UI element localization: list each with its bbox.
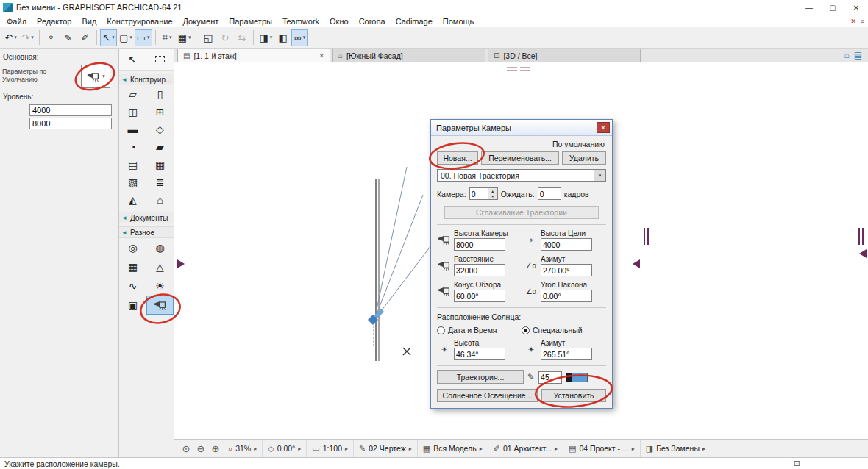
radio-icon[interactable] bbox=[437, 326, 445, 334]
find-select-button[interactable]: ⌖ bbox=[43, 29, 60, 46]
special-radio[interactable]: Специальный bbox=[522, 326, 606, 334]
shell-tool[interactable]: ◔ bbox=[119, 138, 146, 156]
cutaway-3d-button[interactable]: ◧ bbox=[274, 29, 291, 46]
mirror-button[interactable]: ⇆ bbox=[233, 29, 250, 46]
wait-frames-field[interactable] bbox=[538, 187, 561, 200]
toolbox-group-documents[interactable]: ◄ Документы bbox=[119, 212, 174, 223]
menu-cadimage[interactable]: Cadimage bbox=[391, 16, 438, 26]
mesh-tool[interactable]: ▦ bbox=[146, 156, 174, 173]
arrow-tool-button[interactable]: ↖▾ bbox=[100, 29, 117, 46]
level-dimension-tool[interactable]: △ bbox=[146, 257, 174, 276]
radio-selected-icon[interactable] bbox=[522, 326, 530, 334]
apply-button[interactable]: Установить bbox=[541, 389, 606, 402]
figure-tool[interactable]: ▣ bbox=[119, 296, 146, 315]
marquee-tool[interactable] bbox=[155, 51, 165, 68]
groups-button[interactable]: ◱ bbox=[199, 29, 216, 46]
lower-level-field[interactable] bbox=[29, 118, 112, 129]
path-select[interactable]: 00. Новая Траектория ▾ bbox=[437, 169, 606, 182]
spin-up-icon[interactable]: ▲ bbox=[488, 188, 497, 194]
menu-edit[interactable]: Редактор bbox=[32, 16, 77, 26]
hotspot-tool[interactable]: ◎ bbox=[119, 238, 146, 257]
undo-button[interactable]: ↶▾ bbox=[2, 29, 19, 46]
guide-lines-button[interactable]: ▦▾ bbox=[176, 29, 193, 46]
tab-3d-all[interactable]: ⊡ [3D / Все] bbox=[488, 49, 641, 62]
arrow-tool[interactable]: ↖ bbox=[128, 51, 137, 68]
camera-tool[interactable] bbox=[146, 296, 174, 315]
spline-tool[interactable]: ∿ bbox=[119, 276, 146, 296]
morph-tool[interactable]: ◭ bbox=[119, 191, 146, 209]
dialog-title-bar[interactable]: Параметры Камеры ✕ bbox=[431, 120, 612, 136]
zone-tool[interactable]: ▧ bbox=[119, 173, 146, 191]
chevron-right-icon[interactable]: ▸ bbox=[409, 445, 412, 452]
pen-set-control[interactable]: ✎ 02 Чертеж ▸ bbox=[354, 440, 418, 457]
chevron-right-icon[interactable]: ▸ bbox=[632, 445, 635, 452]
chevron-down-icon[interactable]: ▾ bbox=[270, 35, 273, 40]
menu-view[interactable]: Вид bbox=[77, 16, 102, 26]
redo-button[interactable]: ↷▾ bbox=[19, 29, 36, 46]
menu-corona[interactable]: Corona bbox=[354, 16, 391, 26]
distance-field[interactable] bbox=[454, 264, 505, 276]
delete-path-button[interactable]: Удалить bbox=[562, 151, 606, 165]
spin-down-icon[interactable]: ▼ bbox=[488, 194, 497, 200]
close-button[interactable]: ✕ bbox=[844, 0, 868, 15]
sunlight-button[interactable]: Солнечное Освещение... bbox=[437, 389, 538, 402]
slab-tool[interactable]: ▰ bbox=[146, 138, 174, 156]
menu-window[interactable]: Окно bbox=[324, 16, 354, 26]
roof-tool[interactable]: ◇ bbox=[146, 121, 174, 138]
new-path-button[interactable]: Новая... bbox=[437, 151, 478, 165]
chevron-down-icon[interactable]: ▾ bbox=[31, 35, 34, 40]
beam-tool[interactable]: ▬ bbox=[119, 121, 146, 138]
maximize-button[interactable]: ▢ bbox=[821, 0, 844, 15]
path-options-button[interactable]: Траектория... bbox=[437, 370, 524, 384]
chevron-right-icon[interactable]: ▸ bbox=[480, 445, 483, 452]
marquee-tool-button[interactable]: ▢▾ bbox=[117, 29, 135, 46]
chevron-down-icon[interactable]: ▾ bbox=[169, 35, 172, 40]
glasses-3d-button[interactable]: ∞▾ bbox=[291, 29, 308, 46]
menu-options[interactable]: Параметры bbox=[224, 16, 277, 26]
curtain-wall-tool[interactable]: ▤ bbox=[119, 156, 146, 173]
chevron-right-icon[interactable]: ▸ bbox=[254, 445, 257, 452]
chevron-down-icon[interactable]: ▾ bbox=[14, 35, 17, 40]
chevron-right-icon[interactable]: ▸ bbox=[702, 445, 705, 452]
layer-combination-control[interactable]: ▦ Вся Модель ▸ bbox=[418, 440, 488, 457]
chevron-down-icon[interactable]: ▾ bbox=[594, 170, 605, 181]
graphic-override-control[interactable]: ◨ Без Замены ▸ bbox=[641, 440, 711, 457]
stair-tool[interactable]: ≣ bbox=[146, 173, 174, 191]
menu-teamwork[interactable]: Teamwork bbox=[277, 16, 324, 26]
dimension-style-control[interactable]: ✐ 01 Архитект... ▸ bbox=[488, 440, 563, 457]
orientation-control[interactable]: ◇ 0.00° ▸ bbox=[263, 440, 307, 457]
sun-altitude-field[interactable] bbox=[454, 348, 505, 360]
door-tool[interactable]: ◫ bbox=[119, 103, 146, 121]
rename-path-button[interactable]: Переименовать... bbox=[481, 151, 559, 165]
pen-color-swatch[interactable] bbox=[566, 373, 588, 382]
upper-level-field[interactable] bbox=[29, 104, 112, 116]
tab-floor-plan[interactable]: ▤ [1. 1-й этаж] ✕ bbox=[177, 49, 330, 62]
zoom-in-button[interactable]: ⊕ bbox=[208, 441, 223, 456]
zoom-level-control[interactable]: ⌕ 31% ▸ bbox=[223, 440, 263, 457]
chevron-right-icon[interactable]: ▸ bbox=[345, 445, 348, 452]
chevron-down-icon[interactable]: ▾ bbox=[303, 35, 306, 40]
organizer-icon[interactable]: ▤ bbox=[854, 50, 862, 60]
inject-parameters-button[interactable]: ✐ bbox=[77, 29, 93, 46]
chevron-down-icon[interactable]: ▾ bbox=[102, 74, 105, 79]
camera-number-stepper[interactable]: ▲▼ bbox=[469, 187, 498, 200]
pick-up-parameters-button[interactable]: ✎ bbox=[60, 29, 77, 46]
zoom-reset-button[interactable]: ⊙ bbox=[179, 441, 193, 456]
document-menu-icon[interactable]: ≡ bbox=[861, 18, 864, 25]
chevron-down-icon[interactable]: ▾ bbox=[188, 35, 191, 40]
target-height-field[interactable] bbox=[541, 238, 592, 251]
column-tool[interactable]: ▯ bbox=[146, 85, 174, 103]
wall-shortcut-button[interactable]: ▭▾ bbox=[135, 29, 152, 46]
rotate-button[interactable]: ↻ bbox=[216, 29, 233, 46]
smooth-path-button[interactable]: Сглаживание Траектории bbox=[444, 206, 599, 219]
view-cone-field[interactable] bbox=[454, 290, 505, 302]
zoom-out-button[interactable]: ⊖ bbox=[193, 441, 208, 456]
tab-close-icon[interactable]: ✕ bbox=[319, 52, 324, 60]
sun-object-tool[interactable]: ☀ bbox=[146, 276, 174, 296]
snap-grid-button[interactable]: ⌗▾ bbox=[159, 29, 176, 46]
camera-height-field[interactable] bbox=[454, 238, 505, 251]
document-close-icon[interactable]: ✕ bbox=[850, 18, 856, 25]
navigator-icon[interactable]: ⌂ bbox=[844, 50, 849, 60]
dialog-close-button[interactable]: ✕ bbox=[597, 122, 610, 133]
chevron-right-icon[interactable]: ▸ bbox=[298, 445, 301, 452]
